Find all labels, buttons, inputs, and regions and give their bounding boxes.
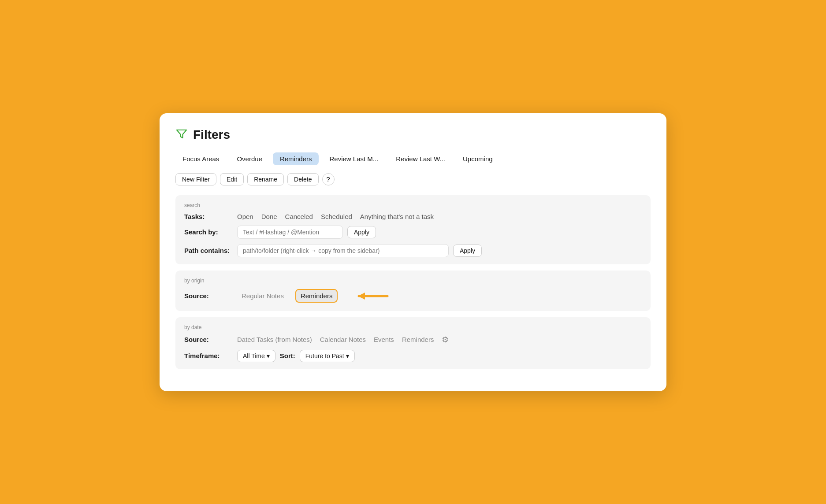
filter-icon xyxy=(175,127,188,143)
search-section-label: search xyxy=(184,202,642,208)
timeframe-select[interactable]: All Time ▾ xyxy=(237,350,275,362)
delete-button[interactable]: Delete xyxy=(287,173,318,185)
date-source-calendar-notes[interactable]: Calendar Notes xyxy=(320,336,366,343)
date-source-dated-tasks[interactable]: Dated Tasks (from Notes) xyxy=(237,336,312,343)
path-input[interactable] xyxy=(237,244,449,257)
tasks-row: Tasks: Open Done Canceled Scheduled Anyt… xyxy=(184,213,642,220)
date-source-options: Dated Tasks (from Notes) Calendar Notes … xyxy=(237,335,449,345)
rename-button[interactable]: Rename xyxy=(247,173,284,185)
path-row: Path contains: Apply xyxy=(184,244,642,257)
date-source-reminders[interactable]: Reminders xyxy=(402,336,434,343)
date-source-label: Source: xyxy=(184,336,233,343)
path-label: Path contains: xyxy=(184,247,233,254)
tab-review-last-m[interactable]: Review Last M... xyxy=(322,152,385,165)
new-filter-button[interactable]: New Filter xyxy=(175,173,216,185)
reminders-source-wrapper: Reminders xyxy=(295,288,390,304)
tab-reminders[interactable]: Reminders xyxy=(273,152,319,165)
sort-select[interactable]: Future to Past ▾ xyxy=(300,350,355,362)
task-option-done[interactable]: Done xyxy=(261,213,277,220)
search-apply-button[interactable]: Apply xyxy=(347,226,376,238)
date-source-events[interactable]: Events xyxy=(374,336,394,343)
sort-arrow: ▾ xyxy=(346,352,349,359)
tab-review-last-w[interactable]: Review Last W... xyxy=(389,152,452,165)
sort-value: Future to Past xyxy=(305,352,344,359)
panel-title: Filters xyxy=(193,128,230,142)
date-section-label: by date xyxy=(184,324,642,330)
task-option-scheduled[interactable]: Scheduled xyxy=(321,213,352,220)
filters-panel: Filters Focus Areas Overdue Reminders Re… xyxy=(160,113,666,391)
task-option-open[interactable]: Open xyxy=(237,213,253,220)
task-options: Open Done Canceled Scheduled Anything th… xyxy=(237,213,434,220)
date-source-row: Source: Dated Tasks (from Notes) Calenda… xyxy=(184,335,642,345)
source-regular-notes[interactable]: Regular Notes xyxy=(237,290,288,302)
panel-header: Filters xyxy=(175,127,651,143)
origin-section: by origin Source: Regular Notes Reminder… xyxy=(175,271,651,311)
help-button[interactable]: ? xyxy=(322,173,335,185)
origin-source-label: Source: xyxy=(184,292,233,300)
svg-marker-0 xyxy=(358,293,365,300)
source-options: Regular Notes Reminders xyxy=(237,288,390,304)
arrow-annotation xyxy=(346,288,390,304)
tab-overdue[interactable]: Overdue xyxy=(230,152,269,165)
toolbar-row: New Filter Edit Rename Delete ? xyxy=(175,173,651,185)
sort-label: Sort: xyxy=(280,352,295,359)
edit-button[interactable]: Edit xyxy=(220,173,244,185)
tasks-label: Tasks: xyxy=(184,213,233,220)
tab-focus-areas[interactable]: Focus Areas xyxy=(175,152,226,165)
gear-icon[interactable]: ⚙ xyxy=(442,335,449,345)
source-reminders[interactable]: Reminders xyxy=(295,289,338,303)
tab-upcoming[interactable]: Upcoming xyxy=(456,152,500,165)
timeframe-value: All Time xyxy=(243,352,265,359)
timeframe-row: Timeframe: All Time ▾ Sort: Future to Pa… xyxy=(184,350,642,362)
origin-source-row: Source: Regular Notes Reminders xyxy=(184,288,642,304)
path-apply-button[interactable]: Apply xyxy=(453,245,482,257)
search-input[interactable] xyxy=(237,226,343,239)
timeframe-arrow: ▾ xyxy=(267,352,270,359)
timeframe-label: Timeframe: xyxy=(184,352,233,359)
search-section: search Tasks: Open Done Canceled Schedul… xyxy=(175,195,651,264)
search-by-label: Search by: xyxy=(184,228,233,236)
date-section: by date Source: Dated Tasks (from Notes)… xyxy=(175,317,651,369)
search-by-row: Search by: Apply xyxy=(184,226,642,239)
task-option-not-task[interactable]: Anything that's not a task xyxy=(360,213,434,220)
origin-section-label: by origin xyxy=(184,278,642,284)
tabs-row: Focus Areas Overdue Reminders Review Las… xyxy=(175,152,651,165)
task-option-canceled[interactable]: Canceled xyxy=(285,213,313,220)
